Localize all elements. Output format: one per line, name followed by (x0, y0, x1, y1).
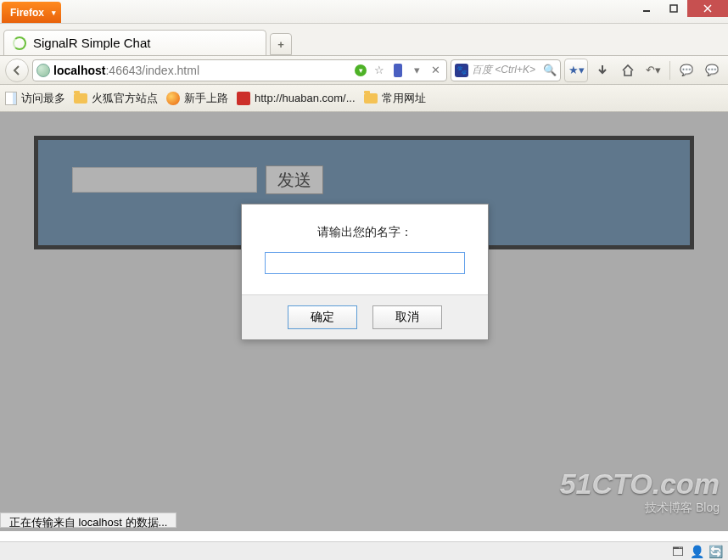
close-icon (703, 4, 712, 13)
new-tab-button[interactable]: + (270, 33, 292, 55)
bookmark-most-visited[interactable]: 访问最多 (5, 91, 65, 106)
name-input[interactable] (265, 252, 465, 274)
tab-signalr[interactable]: SignalR Simple Chat (3, 30, 266, 55)
status-bar: 正在传输来自 localhost 的数据... (0, 512, 176, 528)
search-icon[interactable]: 🔍 (543, 64, 557, 76)
chat-icon[interactable]: 💬 (675, 59, 697, 82)
site-icon (237, 92, 250, 105)
bookmarks-menu-button[interactable]: ★▾ (564, 59, 588, 82)
close-button[interactable] (687, 0, 728, 17)
maximize-icon (669, 4, 678, 13)
bookmark-label: 新手上路 (184, 91, 228, 106)
bookmark-common-sites[interactable]: 常用网址 (364, 91, 426, 106)
bookmark-huaban[interactable]: http://huaban.com/... (237, 92, 356, 105)
addon-icon-1[interactable]: 🗔 (670, 544, 686, 559)
minimize-button[interactable] (633, 0, 660, 17)
svg-rect-1 (670, 5, 677, 12)
tab-strip: SignalR Simple Chat + (0, 24, 728, 56)
nav-toolbar: localhost:46643/index.html ▾ ☆ ▾ ✕ 🐾 百度 … (0, 56, 728, 85)
search-bar[interactable]: 🐾 百度 <Ctrl+K> 🔍 (451, 59, 561, 81)
addon-icon-3[interactable]: 🔄 (708, 544, 723, 559)
bookmark-star-icon[interactable]: ☆ (372, 63, 387, 78)
device-icon[interactable] (390, 63, 406, 78)
home-button[interactable] (617, 59, 639, 82)
bookmark-getting-started[interactable]: 新手上路 (166, 91, 228, 106)
go-icon[interactable]: ▾ (353, 63, 368, 78)
page-icon (5, 92, 17, 105)
cancel-button[interactable]: 取消 (372, 305, 442, 329)
plus-icon: + (277, 38, 284, 51)
feedback-icon[interactable]: 💬 (701, 59, 723, 82)
tab-title: SignalR Simple Chat (33, 36, 150, 50)
search-placeholder: 百度 <Ctrl+K> (472, 63, 540, 77)
firefox-menu-button[interactable]: Firefox (2, 2, 61, 23)
watermark-sub: 技术博客 Blog (560, 501, 720, 516)
back-arrow-icon (11, 64, 23, 76)
separator (669, 61, 670, 80)
back-button[interactable] (5, 59, 29, 82)
url-path: :46643/index.html (105, 64, 199, 77)
baidu-icon: 🐾 (455, 64, 468, 77)
stop-icon[interactable]: ✕ (428, 63, 443, 78)
minimize-icon (642, 4, 651, 13)
bookmark-label: 访问最多 (21, 91, 65, 106)
home-icon (621, 64, 635, 77)
page-viewport: 发送 请输出您的名字： 确定 取消 51CTO.com 技术博客 Blog (0, 112, 728, 531)
folder-icon (364, 93, 378, 104)
send-button[interactable]: 发送 (266, 165, 323, 194)
firefox-menu-label: Firefox (10, 7, 44, 19)
loading-icon (13, 36, 26, 50)
ok-button[interactable]: 确定 (288, 305, 357, 329)
bookmarks-toolbar: 访问最多 火狐官方站点 新手上路 http://huaban.com/... 常… (0, 85, 728, 112)
window-titlebar: Firefox (0, 0, 728, 24)
message-input[interactable] (72, 167, 257, 193)
downloads-button[interactable] (591, 59, 613, 82)
watermark: 51CTO.com 技术博客 Blog (560, 468, 720, 516)
name-prompt-dialog: 请输出您的名字： 确定 取消 (241, 204, 489, 340)
watermark-main: 51CTO.com (560, 468, 720, 501)
status-text: 正在传输来自 localhost 的数据... (9, 516, 167, 529)
download-icon (596, 64, 609, 77)
bookmark-firefox-official[interactable]: 火狐官方站点 (74, 91, 158, 106)
addon-icon-2[interactable]: 👤 (689, 544, 704, 559)
bookmark-label: 常用网址 (382, 91, 426, 106)
dropdown-icon[interactable]: ▾ (409, 63, 424, 78)
bookmark-label: http://huaban.com/... (255, 92, 356, 104)
addon-bar: 🗔 👤 🔄 (0, 541, 728, 560)
firefox-icon (166, 92, 180, 105)
url-text: localhost:46643/index.html (53, 64, 350, 77)
undo-close-button[interactable]: ↶▾ (642, 59, 664, 82)
globe-icon (36, 64, 50, 77)
bookmark-label: 火狐官方站点 (92, 91, 158, 106)
url-bar[interactable]: localhost:46643/index.html ▾ ☆ ▾ ✕ (32, 59, 447, 81)
url-host: localhost (53, 64, 105, 77)
folder-icon (74, 93, 87, 104)
maximize-button[interactable] (660, 0, 687, 17)
prompt-label: 请输出您的名字： (259, 225, 471, 240)
